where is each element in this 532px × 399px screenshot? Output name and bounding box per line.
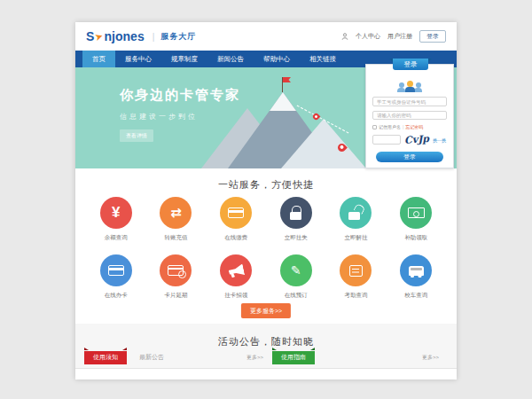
flag-pole: [282, 77, 283, 92]
bus-icon: [409, 266, 424, 276]
more-services-button[interactable]: 更多服务>>: [241, 303, 291, 318]
yen-icon: [112, 204, 120, 222]
nav-item-home[interactable]: 首页: [82, 51, 115, 67]
announcement-tabs: 使用须知 最新公告 更多>> 使用指南 更多>>: [84, 350, 448, 364]
service-lost-card-claim[interactable]: 挂卡招领: [206, 254, 266, 300]
hero-title: 你身边的卡管专家: [120, 87, 240, 104]
pencil-icon: [291, 262, 301, 278]
captcha-input[interactable]: [372, 135, 401, 145]
notice-column: 使用须知 最新公告 更多>>: [84, 350, 272, 364]
nav-item-service-center[interactable]: 服务中心: [115, 51, 161, 67]
services-grid: 余额查询 转账充值 在线缴费 立即挂失 立即解挂: [86, 197, 446, 300]
tab-usage-notice[interactable]: 使用须知: [84, 351, 127, 364]
forgot-password-link[interactable]: 忘记密码: [405, 124, 423, 129]
captcha-refresh-link[interactable]: 换一换: [433, 137, 446, 143]
logo-text-suffix: njones: [105, 29, 145, 43]
credit-card-icon: [228, 207, 244, 218]
service-card-extension[interactable]: 卡片延期: [146, 254, 207, 300]
hero-cta-button[interactable]: 查看详情: [120, 129, 153, 142]
hero-subtitle: 信息建设一步到位: [120, 112, 240, 121]
announcements-title: 活动公告，随时知晓: [75, 335, 457, 348]
logo-divider: |: [153, 32, 155, 42]
header-login-button[interactable]: 登录: [419, 30, 446, 43]
logo-arrow-icon: ➤: [94, 29, 106, 43]
person-icon: [341, 33, 348, 40]
service-subsidy-claim[interactable]: 补助领取: [386, 197, 446, 242]
card-clock-icon: [168, 265, 184, 276]
synjones-logo[interactable]: S➤njones | 服务大厅: [86, 29, 196, 43]
nav-item-links[interactable]: 相关链接: [300, 51, 346, 67]
services-section: 一站服务，方便快捷 余额查询 转账充值 在线缴费 立即挂失: [75, 168, 457, 324]
banknote-icon: [408, 207, 425, 218]
register-link[interactable]: 用户注册: [387, 32, 412, 41]
id-card-icon: [108, 265, 124, 276]
service-report-loss[interactable]: 立即挂失: [266, 197, 326, 242]
username-input[interactable]: [372, 97, 447, 106]
lock-open-icon: [348, 206, 364, 220]
megaphone-icon: [227, 263, 244, 278]
service-cancel-loss[interactable]: 立即解挂: [326, 197, 387, 242]
password-input[interactable]: [372, 111, 447, 120]
service-online-payment[interactable]: 在线缴费: [206, 197, 266, 242]
service-online-card-apply[interactable]: 在线办卡: [86, 254, 146, 300]
site-name: 服务大厅: [160, 31, 196, 43]
transfer-arrows-icon: [170, 205, 182, 221]
header-user-area: 个人中心 用户注册 登录: [341, 30, 446, 43]
users-group-icon: [396, 81, 423, 92]
remember-row: 记住用户名 | 忘记密码: [372, 124, 447, 129]
more-guides-link[interactable]: 更多>>: [422, 354, 448, 362]
portal-page: S➤njones | 服务大厅 个人中心 用户注册 登录 首页 服务中心 规章制…: [75, 22, 457, 379]
login-tab[interactable]: 登录: [393, 59, 428, 70]
login-submit-button[interactable]: 登录: [376, 152, 443, 162]
service-balance-query[interactable]: 余额查询: [86, 197, 146, 242]
mountain-snowcap: [270, 92, 296, 111]
login-panel: 登录 记住用户名 | 忘记密码 CvJp 换一换 登录: [365, 64, 454, 168]
remember-label: 记住用户名: [379, 124, 401, 129]
red-flag-icon: [283, 77, 291, 82]
tab-latest-news[interactable]: 最新公告: [139, 353, 164, 362]
desktop-background: S➤njones | 服务大厅 个人中心 用户注册 登录 首页 服务中心 规章制…: [0, 0, 532, 399]
announcement-content-area: [75, 368, 457, 379]
remember-divider: |: [403, 124, 403, 129]
tab-usage-guide[interactable]: 使用指南: [272, 351, 315, 364]
personal-center-link[interactable]: 个人中心: [356, 32, 380, 41]
captcha-image[interactable]: CvJp: [404, 133, 430, 146]
service-transfer-recharge[interactable]: 转账充值: [146, 197, 207, 242]
logo-text-prefix: S: [86, 29, 94, 43]
more-notices-link[interactable]: 更多>>: [246, 354, 272, 362]
lock-closed-icon: [289, 206, 303, 220]
nav-item-rules[interactable]: 规章制度: [161, 51, 207, 67]
nav-item-news[interactable]: 新闻公告: [207, 51, 254, 67]
captcha-row: CvJp 换一换: [372, 134, 447, 145]
guide-column: 使用指南 更多>>: [272, 350, 448, 364]
remember-checkbox[interactable]: [372, 125, 377, 129]
service-attendance-query[interactable]: 考勤查询: [326, 254, 387, 300]
announcements-section: 活动公告，随时知晓 使用须知 最新公告 更多>> 使用指南 更多>>: [75, 324, 457, 379]
calendar-icon: [349, 265, 363, 277]
services-title: 一站服务，方便快捷: [75, 178, 457, 192]
mountain-front: [281, 119, 366, 168]
site-header: S➤njones | 服务大厅 个人中心 用户注册 登录: [75, 22, 457, 51]
service-school-bus-query[interactable]: 校车查询: [386, 254, 446, 300]
service-online-booking[interactable]: 在线预订: [266, 254, 326, 300]
nav-item-help-center[interactable]: 帮助中心: [254, 51, 300, 67]
hero-text-block: 你身边的卡管专家 信息建设一步到位 查看详情: [120, 87, 240, 142]
